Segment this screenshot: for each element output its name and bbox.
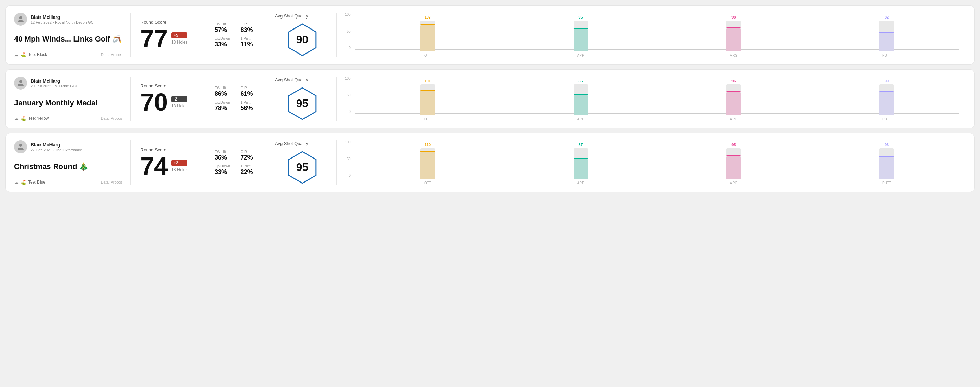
bar-x-label: OTT [424,181,431,185]
stat-label-gir: GIR [240,22,260,26]
chart-col: 99PUTT [814,79,959,121]
round-card: Blair McHarg27 Dec 2021 · The Oxfordshir… [5,133,975,192]
bar-value-label: 95 [579,15,583,19]
chart-axis-line [355,177,959,178]
bar-top-line [574,158,588,159]
round-score-label: Round Score [140,83,196,89]
bar-top-line [880,32,894,33]
bar-value-label: 110 [425,143,431,147]
bar-value-label: 96 [732,79,736,83]
chart-wrapper: 100500110OTT87APP95ARG93PUTT [345,140,959,185]
chart-col: 95ARG [662,143,806,185]
stats-section: FW Hit36%GIR72%Up/Down33%1 Putt22% [206,140,268,185]
bar-bg [574,84,588,115]
stat-label-fw-hit: FW Hit [215,22,234,26]
stat-up-down: Up/Down78% [215,100,234,112]
hex-score: 90 [296,33,309,46]
weather-icon: ☁ [14,180,19,185]
score-section: Round Score70-218 Holes [131,76,206,121]
stat-label-up-down: Up/Down [215,36,234,40]
bar-fill [726,157,741,179]
stat-label-gir: GIR [240,149,260,154]
chart-axis-line [355,113,959,114]
score-diff-badge: +2 [171,160,188,166]
bar-fill [420,90,435,115]
bar-x-label: APP [578,117,584,121]
bar-value-label: 86 [579,79,583,83]
bar-bg [420,21,435,51]
avg-shot-quality-label: Avg Shot Quality [275,13,308,19]
user-name: Blair McHarg [30,142,82,148]
bar-bg [880,84,894,115]
round-title: 40 Mph Winds... Links Golf 🪃 [14,35,122,44]
bar-fill [420,25,435,52]
bar-bg [574,148,588,179]
user-row: Blair McHarg27 Dec 2021 · The Oxfordshir… [14,140,122,153]
chart-wrapper: 100500101OTT86APP96ARG99PUTT [345,76,959,121]
bar-x-label: APP [578,181,584,185]
chart-section: 100500110OTT87APP95ARG93PUTT [337,140,966,185]
score-row: 70-218 Holes [140,90,196,114]
bar-value-label: 82 [885,15,889,19]
avg-shot-quality-label: Avg Shot Quality [275,77,308,82]
round-card: Blair McHarg29 Jan 2022 · Mill Ride GCCJ… [5,69,975,128]
bar-bg [420,148,435,179]
bar-top-line [574,94,588,95]
stat-value-up-down: 33% [215,41,234,48]
bar-top-line [880,156,894,157]
user-info: Blair McHarg27 Dec 2021 · The Oxfordshir… [30,142,82,152]
chart-y-labels: 100500 [345,76,351,114]
hexagon-container: 90 [285,23,320,57]
chart-col: 110OTT [355,143,500,185]
stat-gir: GIR72% [240,149,260,161]
data-source: Data: Arccos [101,52,122,57]
chart-col: 107OTT [355,15,500,57]
stat-value-one-putt: 56% [240,105,260,112]
avatar [14,140,27,153]
chart-y-label: 0 [349,174,351,178]
score-number: 74 [140,154,168,178]
round-score-label: Round Score [140,147,196,152]
chart-section: 100500107OTT95APP98ARG82PUTT [337,13,966,57]
bar-fill [420,152,435,179]
chart-col: 101OTT [355,79,500,121]
stat-gir: GIR61% [240,86,260,97]
stat-value-gir: 61% [240,90,260,97]
bar-top-line [420,90,435,90]
hex-score: 95 [296,97,309,110]
stat-value-fw-hit: 86% [215,90,234,97]
date-course: 27 Dec 2021 · The Oxfordshire [30,148,82,152]
round-score-label: Round Score [140,19,196,25]
stats-section: FW Hit86%GIR61%Up/Down78%1 Putt56% [206,76,268,121]
bar-value-label: 101 [425,79,431,83]
chart-col: 82PUTT [814,15,959,57]
tee-label: Tee: Black [28,52,47,57]
weather-icon: ☁ [14,116,19,121]
bar-x-label: OTT [424,117,431,121]
bar-chart: 100500110OTT87APP95ARG93PUTT [355,140,959,185]
bar-x-label: PUTT [882,117,891,121]
bar-top-line [726,27,741,29]
bar-x-label: ARG [730,54,738,57]
chart-y-label: 50 [347,30,351,33]
tee-info: ☁⛳Tee: Yellow [14,116,49,121]
bar-fill [726,92,741,115]
quality-section: Avg Shot Quality 95 [268,76,337,121]
bar-top-line [420,151,435,152]
score-diff-badge: +5 [171,32,188,38]
bar-value-label: 95 [732,143,736,147]
stats-grid: FW Hit86%GIR61%Up/Down78%1 Putt56% [215,86,259,112]
bar-x-label: ARG [730,117,738,121]
holes-label: 18 Holes [171,104,188,108]
score-number: 77 [140,26,168,51]
bar-x-label: PUTT [882,181,891,185]
score-section: Round Score74+218 Holes [131,140,206,185]
user-row: Blair McHarg12 Feb 2022 · Royal North De… [14,13,122,26]
bar-x-label: PUTT [882,54,891,57]
chart-col: 93PUTT [814,143,959,185]
stat-gir: GIR83% [240,22,260,33]
score-row: 77+518 Holes [140,26,196,51]
chart-y-labels: 100500 [345,140,351,178]
avg-shot-quality-label: Avg Shot Quality [275,141,308,146]
bar-chart: 100500101OTT86APP96ARG99PUTT [355,76,959,121]
